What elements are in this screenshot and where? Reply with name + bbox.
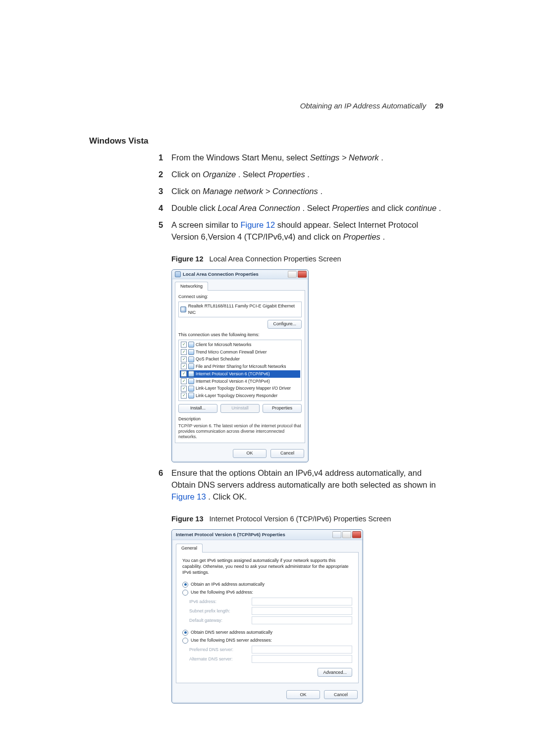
protocol-icon <box>188 349 194 355</box>
advanced-button[interactable]: Advanced... <box>318 668 352 677</box>
caption-label: Figure 13 <box>171 515 203 523</box>
figure-12-caption: Figure 12 Local Area Connection Properti… <box>171 254 446 264</box>
protocol-icon <box>188 342 194 348</box>
list-item[interactable]: ✓Trend Micro Common Firewall Driver <box>180 349 300 356</box>
checkbox-icon[interactable]: ✓ <box>181 371 187 377</box>
list-item[interactable]: ✓File and Printer Sharing for Microsoft … <box>180 363 300 370</box>
titlebar: Internet Protocol Version 6 (TCP/IPv6) P… <box>172 530 363 540</box>
figure-12-window: Local Area Connection Properties Network… <box>171 269 309 462</box>
step-1: From the Windows Start Menu, select Sett… <box>159 152 446 164</box>
list-item-selected[interactable]: ✓Internet Protocol Version 6 (TCP/IPv6) <box>180 370 300 378</box>
window-icon <box>175 271 181 277</box>
list-item[interactable]: ✓Link-Layer Topology Discovery Responder <box>180 392 300 400</box>
install-button[interactable]: Install... <box>178 404 217 413</box>
text: . Select <box>238 170 268 179</box>
text: . <box>439 203 441 212</box>
uninstall-button[interactable]: Uninstall <box>220 404 260 413</box>
help-button[interactable] <box>288 271 297 278</box>
alternate-dns-input <box>252 655 352 663</box>
radio-icon[interactable] <box>182 590 188 596</box>
section-heading: Windows Vista <box>89 136 446 146</box>
figure-link[interactable]: Figure 12 <box>240 220 275 229</box>
tab-general[interactable]: General <box>176 544 203 553</box>
prefix-length-label: Subnet prefix length: <box>189 608 249 614</box>
text: From the Windows Start Menu, select <box>171 153 310 162</box>
item-label: QoS Packet Scheduler <box>196 356 240 362</box>
text: . Click OK. <box>208 492 247 501</box>
radio-label: Obtain DNS server address automatically <box>191 629 272 636</box>
caption-text: Local Area Connection Properties Screen <box>210 255 341 263</box>
radio-auto-dns[interactable]: Obtain DNS server address automatically <box>182 629 352 636</box>
window-buttons <box>288 271 307 278</box>
ui-label: Properties <box>268 170 305 179</box>
list-item[interactable]: ✓Client for Microsoft Networks <box>180 341 300 349</box>
text: . <box>381 153 383 162</box>
list-item[interactable]: ✓QoS Packet Scheduler <box>180 355 300 363</box>
nic-name: Realtek RTL8168/8111 Family PCI-E Gigabi… <box>188 303 300 316</box>
tab-panel: Connect using: Realtek RTL8168/8111 Fami… <box>175 290 305 443</box>
dns-fields: Preferred DNS server: Alternate DNS serv… <box>189 646 352 663</box>
cancel-button[interactable]: Cancel <box>324 690 358 699</box>
checkbox-icon[interactable]: ✓ <box>181 393 187 399</box>
radio-use-address[interactable]: Use the following IPv6 address: <box>182 589 352 596</box>
radio-icon[interactable] <box>182 630 188 636</box>
window-body: Networking Connect using: Realtek RTL816… <box>172 279 308 446</box>
text: Click on <box>171 187 203 196</box>
preferred-dns-label: Preferred DNS server: <box>189 647 249 653</box>
titlebar: Local Area Connection Properties <box>172 270 308 279</box>
tab-panel: You can get IPv6 settings assigned autom… <box>176 552 359 684</box>
nic-icon <box>180 306 186 312</box>
radio-use-dns[interactable]: Use the following DNS server addresses: <box>182 637 352 644</box>
caption-text: Internet Protocol Version 6 (TCP/IPv6) P… <box>210 515 391 523</box>
menu-path: Manage network > Connections <box>203 187 318 196</box>
properties-button[interactable]: Properties <box>263 404 302 413</box>
item-label: Link-Layer Topology Discovery Responder <box>196 393 277 399</box>
step-5: A screen similar to Figure 12 should app… <box>159 219 446 462</box>
step-2: Click on Organize . Select Properties . <box>159 169 446 181</box>
radio-auto-address[interactable]: Obtain an IPv6 address automatically <box>182 581 352 588</box>
checkbox-icon[interactable]: ✓ <box>181 342 187 348</box>
list-item[interactable]: ✓Internet Protocol Version 4 (TCP/IPv4) <box>180 378 300 385</box>
text: Click on <box>171 170 203 179</box>
text: . <box>320 187 322 196</box>
protocol-icon <box>188 363 194 369</box>
configure-button[interactable]: Configure... <box>268 320 302 329</box>
close-button[interactable] <box>352 531 361 538</box>
item-label: Trend Micro Common Firewall Driver <box>196 349 267 355</box>
close-button[interactable] <box>298 271 307 278</box>
cancel-button[interactable]: Cancel <box>270 449 304 458</box>
figure-link[interactable]: Figure 13 <box>171 492 206 501</box>
caption-label: Figure 12 <box>171 255 203 263</box>
ok-button[interactable]: OK <box>233 449 267 458</box>
text: A screen similar to <box>171 220 240 229</box>
gateway-input <box>252 616 352 624</box>
protocol-icon <box>188 386 194 392</box>
ui-label: Properties <box>332 203 369 212</box>
text: . <box>307 170 310 179</box>
radio-icon[interactable] <box>182 638 188 644</box>
radio-icon[interactable] <box>182 582 188 588</box>
text: Ensure that the options Obtain an IPv6,v… <box>171 468 436 489</box>
figure-13-window: Internet Protocol Version 6 (TCP/IPv6) P… <box>171 529 363 704</box>
tab-networking[interactable]: Networking <box>175 282 208 291</box>
checkbox-icon[interactable]: ✓ <box>181 363 187 369</box>
list-item[interactable]: ✓Link-Layer Topology Discovery Mapper I/… <box>180 385 300 392</box>
text: and click <box>372 203 406 212</box>
item-label: Internet Protocol Version 6 (TCP/IPv6) <box>196 371 270 377</box>
radio-label: Obtain an IPv6 address automatically <box>191 581 265 588</box>
ok-button[interactable]: OK <box>286 690 320 699</box>
nic-field: Realtek RTL8168/8111 Family PCI-E Gigabi… <box>178 302 302 317</box>
text: . Select <box>302 203 332 212</box>
info-text: You can get IPv6 settings assigned autom… <box>182 557 352 575</box>
checkbox-icon[interactable]: ✓ <box>181 349 187 355</box>
items-listbox[interactable]: ✓Client for Microsoft Networks ✓Trend Mi… <box>178 340 302 401</box>
checkbox-icon[interactable]: ✓ <box>181 386 187 392</box>
preferred-dns-input <box>252 646 352 654</box>
radio-label: Use the following DNS server addresses: <box>191 637 272 644</box>
checkbox-icon[interactable]: ✓ <box>181 356 187 362</box>
minimize-button[interactable] <box>342 531 351 538</box>
item-label: File and Printer Sharing for Microsoft N… <box>196 363 286 370</box>
checkbox-icon[interactable]: ✓ <box>181 378 187 384</box>
help-button[interactable] <box>332 531 341 538</box>
step-3: Click on Manage network > Connections . <box>159 186 446 198</box>
